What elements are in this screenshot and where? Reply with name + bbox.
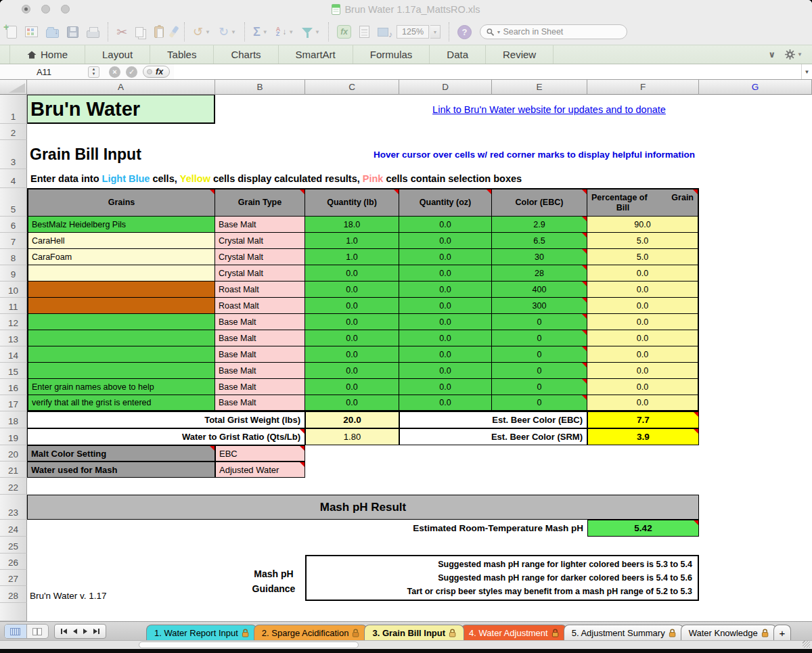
grain-name-cell[interactable]: CaraFoam [27, 249, 215, 265]
qty-lb-cell[interactable]: 0.0 [305, 298, 399, 314]
quantity-oz-column-header[interactable]: Quantity (oz) [399, 188, 492, 217]
row-header-1[interactable]: 1 [0, 95, 27, 124]
select-all-corner[interactable] [0, 80, 27, 95]
row-header-10[interactable]: 10 [0, 282, 27, 298]
grain-name-cell[interactable] [27, 314, 215, 330]
page-layout-view-button[interactable] [27, 625, 49, 638]
row-header-15[interactable]: 15 [0, 363, 27, 379]
tab-formulas[interactable]: Formulas [353, 45, 430, 64]
tab-smartart[interactable]: SmartArt [279, 45, 353, 64]
qty-oz-cell[interactable]: 0.0 [399, 330, 492, 346]
horizontal-scrollbar-thumb[interactable] [139, 641, 359, 648]
pct-cell[interactable]: 0.0 [587, 314, 699, 330]
new-document-button[interactable] [7, 22, 17, 41]
column-header-c[interactable]: C [305, 80, 399, 95]
search-scope-caret[interactable]: ▼ [496, 30, 501, 35]
redo-dropdown-caret[interactable]: ▼ [231, 29, 236, 35]
grain-type-cell[interactable]: Base Malt [215, 395, 305, 411]
row-header-19[interactable]: 19 [0, 428, 27, 445]
autosum-dropdown-caret[interactable]: ▼ [263, 29, 268, 35]
row-header-22[interactable]: 22 [0, 478, 27, 495]
color-ebc-cell[interactable]: 0 [492, 330, 587, 346]
media-browser-button[interactable] [378, 22, 388, 41]
qty-oz-cell[interactable]: 0.0 [399, 217, 492, 233]
color-ebc-cell[interactable]: 2.9 [492, 217, 587, 233]
zoom-dropdown-caret[interactable]: ▼ [430, 25, 441, 39]
help-button[interactable]: ? [457, 22, 472, 41]
qty-lb-cell[interactable]: 0.0 [305, 363, 399, 379]
grain-name-cell[interactable]: Enter grain names above to help [27, 379, 215, 395]
copy-button[interactable] [135, 22, 146, 41]
column-header-e[interactable]: E [492, 80, 587, 95]
row-header-16[interactable]: 16 [0, 379, 27, 395]
grains-column-header[interactable]: Grains [27, 188, 215, 217]
qty-lb-cell[interactable]: 0.0 [305, 282, 399, 298]
pct-cell[interactable]: 0.0 [587, 395, 699, 411]
grain-type-cell[interactable]: Base Malt [215, 217, 305, 233]
row-header-21[interactable]: 21 [0, 461, 27, 478]
row-header-9[interactable]: 9 [0, 265, 27, 282]
previous-sheet-button[interactable] [73, 629, 77, 634]
percentage-column-header[interactable]: Percentage ofGrain Bill [587, 188, 699, 217]
view-mode-switcher[interactable] [4, 624, 49, 639]
mash-ph-estimate-value-cell[interactable]: 5.42 [587, 520, 699, 537]
qty-oz-cell[interactable]: 0.0 [399, 314, 492, 330]
pct-cell[interactable]: 90.0 [587, 217, 699, 233]
row-header-13[interactable]: 13 [0, 330, 27, 346]
pct-cell[interactable]: 5.0 [587, 233, 699, 249]
sort-dropdown-caret[interactable]: ▼ [288, 29, 294, 35]
color-ebc-cell[interactable]: 6.5 [492, 233, 587, 249]
pct-cell[interactable]: 0.0 [587, 330, 699, 346]
est-beer-color-ebc-value-cell[interactable]: 7.7 [587, 411, 699, 428]
insert-function-button[interactable]: fx [143, 66, 170, 78]
grain-type-cell[interactable]: Base Malt [215, 330, 305, 346]
undo-dropdown-caret[interactable]: ▼ [205, 29, 210, 35]
qty-lb-cell[interactable]: 0.0 [305, 395, 399, 411]
qty-oz-cell[interactable]: 0.0 [399, 233, 492, 249]
qty-oz-cell[interactable]: 0.0 [399, 249, 492, 265]
tab-review[interactable]: Review [486, 45, 554, 64]
mash-water-value-cell[interactable]: Adjusted Water [215, 461, 305, 478]
quantity-lb-column-header[interactable]: Quantity (lb) [305, 188, 399, 217]
grain-type-cell[interactable]: Crystal Malt [215, 233, 305, 249]
grain-type-cell[interactable]: Crystal Malt [215, 265, 305, 282]
sheet-tab-water-adjustment[interactable]: 4. Water Adjustment [461, 625, 567, 640]
pct-cell[interactable]: 0.0 [587, 282, 699, 298]
column-header-f[interactable]: F [587, 80, 699, 95]
accept-entry-button[interactable]: ✓ [126, 66, 137, 78]
est-beer-color-srm-value-cell[interactable]: 3.9 [587, 428, 699, 445]
grain-type-cell[interactable]: Base Malt [215, 346, 305, 363]
grain-type-cell[interactable]: Base Malt [215, 379, 305, 395]
print-button[interactable] [87, 22, 99, 41]
ribbon-gear-button[interactable]: ▼ [785, 49, 803, 60]
row-header-23[interactable]: 23 [0, 495, 27, 520]
color-ebc-cell[interactable]: 28 [492, 265, 587, 282]
sort-button[interactable]: AZ ↓ ▼ [276, 22, 294, 41]
color-ebc-cell[interactable]: 0 [492, 379, 587, 395]
column-header-b[interactable]: B [215, 80, 305, 95]
qty-lb-cell[interactable]: 0.0 [305, 346, 399, 363]
row-header-12[interactable]: 12 [0, 314, 27, 330]
redo-button[interactable]: ↻▼ [219, 22, 236, 41]
window-resize-grip[interactable] [803, 641, 810, 648]
zoom-window-button[interactable] [61, 5, 70, 14]
formula-input[interactable] [174, 64, 801, 79]
open-button[interactable] [46, 22, 59, 41]
qty-lb-cell[interactable]: 1.0 [305, 233, 399, 249]
sheet-tab-water-report-input[interactable]: 1. Water Report Input [146, 625, 257, 640]
row-header-25[interactable]: 25 [0, 537, 27, 554]
row-header-8[interactable]: 8 [0, 249, 27, 265]
sheet-tab-grain-bill-input-active[interactable]: 3. Grain Bill Input [364, 625, 464, 640]
template-gallery-button[interactable] [25, 22, 38, 41]
row-header-3[interactable]: 3 [0, 140, 27, 169]
close-window-button[interactable] [22, 5, 30, 14]
grain-type-cell[interactable]: Base Malt [215, 363, 305, 379]
search-input[interactable] [503, 27, 621, 37]
row-header-27[interactable]: 27 [0, 570, 27, 586]
malt-color-setting-value-cell[interactable]: EBC [215, 445, 305, 461]
color-ebc-cell[interactable]: 400 [492, 282, 587, 298]
grain-name-cell[interactable] [27, 330, 215, 346]
cell-name-box[interactable]: A11 [0, 64, 88, 79]
qty-oz-cell[interactable]: 0.0 [399, 363, 492, 379]
format-painter-button[interactable] [172, 22, 176, 41]
